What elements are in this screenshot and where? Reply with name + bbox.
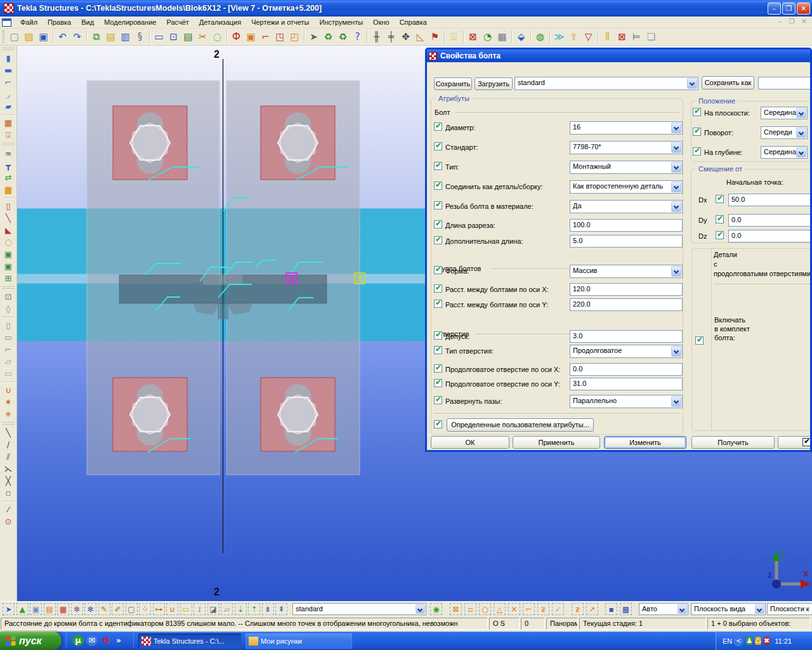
toggle-all-button[interactable]: ✔ xyxy=(778,436,812,449)
bolt-row-6-input[interactable]: 5.0 xyxy=(570,235,683,248)
door-icon[interactable]: ❏ xyxy=(644,30,658,44)
mesh-icon[interactable]: ✳ xyxy=(2,408,15,420)
undo-icon[interactable]: ↶ xyxy=(55,30,70,44)
apply-button[interactable]: Применить xyxy=(513,436,600,449)
bolt-row-2-combo[interactable]: Монтажный xyxy=(570,161,683,174)
report-icon[interactable]: ▥ xyxy=(118,30,133,44)
phase-icon[interactable]: Ф xyxy=(229,30,244,44)
get-button[interactable]: Получить xyxy=(691,436,775,449)
grid-icon[interactable]: ▦ xyxy=(2,117,15,129)
truck-icon[interactable]: ⬙ xyxy=(514,30,528,44)
bolt-properties-dialog[interactable]: Свойства болта Сохранить Загрузить stand… xyxy=(425,48,812,452)
pointcross-icon[interactable]: ╳ xyxy=(2,475,15,487)
binoculars-icon[interactable]: ∞ xyxy=(2,147,15,159)
bolt-symbol[interactable] xyxy=(113,378,187,451)
xbox2-icon[interactable]: ⊠ xyxy=(615,30,629,44)
setsquare-icon[interactable]: ◺ xyxy=(413,30,428,44)
snap-z-icon[interactable]: ƶ xyxy=(537,603,549,615)
folder-part-icon[interactable]: ▣ xyxy=(244,30,258,44)
group-row-0-checkbox[interactable]: ✔ xyxy=(434,266,442,274)
task-button-1[interactable]: Мои рисунки xyxy=(246,633,352,649)
pointcircle-icon[interactable]: ⊙ xyxy=(2,515,15,527)
hole-row-0-input[interactable]: 3.0 xyxy=(570,330,683,343)
snap-corner-icon[interactable]: ⌐ xyxy=(523,603,535,615)
select-axes-icon[interactable]: ✻ xyxy=(71,603,83,615)
select-dist-icon[interactable]: ⇣ xyxy=(235,603,247,615)
select-pens-icon[interactable]: ✐ xyxy=(112,603,124,615)
position-row-1-combo[interactable]: Спереди xyxy=(761,126,808,139)
tray-chevron-icon[interactable]: < xyxy=(733,636,743,646)
wbeam-icon[interactable]: ▭ xyxy=(2,331,15,343)
box-star-icon[interactable]: ◰ xyxy=(287,30,302,44)
menu-2[interactable]: Вид xyxy=(76,17,99,27)
menu-7[interactable]: Инструменты xyxy=(315,17,369,27)
window-dot-icon[interactable]: ⊡ xyxy=(166,30,181,44)
hole-row-4-combo[interactable]: Параллельно xyxy=(570,395,683,408)
opera-icon[interactable]: O xyxy=(100,635,112,646)
wplate-icon[interactable]: ▭ xyxy=(2,368,15,380)
pointslash-icon[interactable]: ⁄ xyxy=(2,503,15,515)
cubes1-icon[interactable]: ▣ xyxy=(2,248,15,260)
snap-check-icon[interactable]: ✓ xyxy=(552,603,564,615)
bolt-row-1-checkbox[interactable]: ✔ xyxy=(434,142,442,150)
bolt-row-6-checkbox[interactable]: ✔ xyxy=(434,236,442,244)
point1-icon[interactable]: ╲ xyxy=(2,427,15,439)
ibeam-icon[interactable]: Ⅱ xyxy=(600,30,615,44)
start-button[interactable]: пуск xyxy=(0,632,62,650)
pointcube-icon[interactable]: ▫ xyxy=(2,487,15,499)
select-grid-icon[interactable]: ▦ xyxy=(57,603,69,615)
hole-row-3-checkbox[interactable]: ✔ xyxy=(434,379,442,387)
refresh-icon[interactable]: ♻ xyxy=(321,30,336,44)
hole-row-2-input[interactable]: 0.0 xyxy=(570,363,683,376)
dialog-titlebar[interactable]: Свойства болта xyxy=(427,50,810,62)
bolt-row-0-combo[interactable]: 16 xyxy=(570,121,683,135)
include-in-bolt-checkbox[interactable]: ✔ xyxy=(695,336,704,345)
clock-icon[interactable]: ◔ xyxy=(480,30,495,44)
bolt-row-3-checkbox[interactable]: ✔ xyxy=(434,182,442,190)
group-row-1-checkbox[interactable]: ✔ xyxy=(434,284,442,293)
minimize-button[interactable]: – xyxy=(768,3,781,15)
new-icon[interactable]: ▢ xyxy=(7,30,22,44)
save-icon[interactable]: ▣ xyxy=(36,30,51,44)
snap-triangle-icon[interactable]: △ xyxy=(494,603,506,615)
snap-square-icon[interactable]: ▫ xyxy=(464,603,476,615)
restore-button[interactable]: ❐ xyxy=(782,3,796,15)
bolt-row-4-combo[interactable]: Да xyxy=(570,200,683,213)
arrows-icon[interactable]: ⇄ xyxy=(2,171,15,183)
select-pen-icon[interactable]: ✎ xyxy=(98,603,110,615)
select-comp-icon[interactable]: ⇟ xyxy=(262,603,274,615)
point3-icon[interactable]: ⫽ xyxy=(2,451,15,463)
select-dist2-icon[interactable]: ⇡ xyxy=(248,603,260,615)
snap-toggle-icon[interactable]: ◉ xyxy=(430,603,442,615)
bolt-row-5-checkbox[interactable]: ✔ xyxy=(434,220,442,229)
position-row-2-checkbox[interactable]: ✔ xyxy=(693,147,701,156)
selection-filter-combo[interactable]: standard xyxy=(292,603,426,615)
select-comp2-icon[interactable]: ⇞ xyxy=(275,603,287,615)
quicklaunch-chevron[interactable]: » xyxy=(113,635,124,646)
utorrent-icon[interactable]: µ xyxy=(72,635,84,646)
profile-icon[interactable]: ⌐ xyxy=(258,30,273,44)
uda-button[interactable]: Определенные пользователем атрибуты... xyxy=(447,418,594,432)
weraser-icon[interactable]: ▱ xyxy=(2,355,15,368)
ok-button[interactable]: ОК xyxy=(431,436,509,449)
clip-icon[interactable]: ▯ xyxy=(2,200,15,212)
save-as-button[interactable]: Сохранить как xyxy=(702,76,754,90)
save-button[interactable]: Сохранить xyxy=(434,77,472,90)
uda-checkbox[interactable]: ✔ xyxy=(434,420,442,428)
polybeam-icon[interactable]: ⌐ xyxy=(2,76,15,88)
snap-grid2-icon[interactable]: ▩ xyxy=(620,603,632,615)
offset-row-1-input[interactable]: 0.0 xyxy=(728,214,811,227)
tray-green-icon[interactable]: ♟ xyxy=(746,637,752,645)
column-icon[interactable]: ▮ xyxy=(2,52,15,64)
group-row-2-checkbox[interactable]: ✔ xyxy=(434,300,442,308)
menu-4[interactable]: Расчёт xyxy=(161,17,193,27)
mdi-window-buttons[interactable]: – ❐ ✕ xyxy=(778,18,809,25)
select-cube-icon[interactable]: ▣ xyxy=(30,603,42,615)
menu-0[interactable]: Файл xyxy=(15,17,43,27)
hole-row-4-checkbox[interactable]: ✔ xyxy=(434,396,442,404)
bolt-symbol[interactable] xyxy=(261,106,335,180)
select-points-icon[interactable]: ⁘ xyxy=(139,603,151,615)
position-row-0-checkbox[interactable]: ✔ xyxy=(693,108,701,116)
pad-icon[interactable]: ▆ xyxy=(2,183,15,196)
language-indicator[interactable]: EN xyxy=(723,637,732,645)
